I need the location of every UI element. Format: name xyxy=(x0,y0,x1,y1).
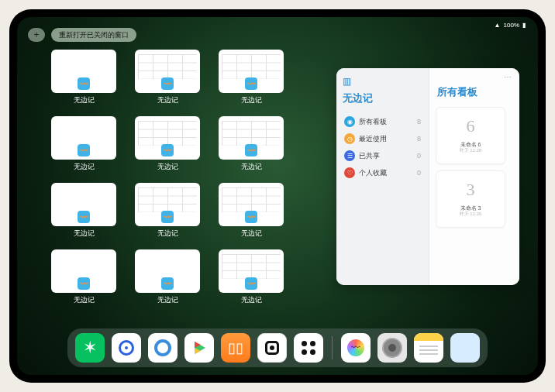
thumbnail-label: 无边记 xyxy=(157,295,178,305)
reopen-closed-window-button[interactable]: 重新打开已关闭的窗口 xyxy=(51,28,136,42)
window-thumbnail[interactable]: 〰无边记 xyxy=(219,116,284,172)
freeform-app-icon: 〰 xyxy=(78,144,90,156)
thumbnail-preview: 〰 xyxy=(219,50,284,93)
freeform-app-icon: 〰 xyxy=(245,211,257,223)
more-options-icon[interactable]: ⋯ xyxy=(504,73,512,81)
freeform-app-icon: 〰 xyxy=(245,277,257,290)
window-thumbnail[interactable]: 〰无边记 xyxy=(219,183,284,239)
dock: ✶ ▯▯ xyxy=(67,328,488,367)
thumbnail-preview: 〰 xyxy=(51,50,116,93)
freeform-panel: ▥ 无边记 ◉所有看板8◷最近使用8☰已共享0♡个人收藏0 ⋯ 所有看板 6未命… xyxy=(336,68,519,285)
menu-item-count: 0 xyxy=(417,169,421,177)
dots-icon[interactable] xyxy=(294,333,323,363)
menu-item-icon: ◉ xyxy=(344,116,355,127)
freeform-app-icon: 〰 xyxy=(78,277,90,290)
app-folder-icon[interactable] xyxy=(450,333,480,363)
menu-item-icon: ♡ xyxy=(344,167,355,178)
thumbnail-label: 无边记 xyxy=(241,162,262,172)
window-thumbnail[interactable]: 〰无边记 xyxy=(135,116,200,172)
panel-section-title: 所有看板 xyxy=(437,85,513,99)
thumbnail-preview: 〰 xyxy=(135,116,200,160)
dock-separator xyxy=(332,336,333,359)
freeform-app-icon: 〰 xyxy=(78,77,90,90)
panel-content: ⋯ 所有看板 6未命名 6昨天 11:283未命名 3昨天 11:26 xyxy=(429,68,519,285)
thumbnail-preview: 〰 xyxy=(135,183,200,226)
window-thumbnail[interactable]: 〰无边记 xyxy=(219,50,284,105)
freeform-app-icon: 〰 xyxy=(161,211,174,223)
menu-item-label: 最近使用 xyxy=(359,134,387,144)
thumbnail-preview: 〰 xyxy=(51,183,116,226)
panel-sidebar: ▥ 无边记 ◉所有看板8◷最近使用8☰已共享0♡个人收藏0 xyxy=(336,68,429,285)
window-thumbnail[interactable]: 〰无边记 xyxy=(51,249,116,305)
menu-item-label: 已共享 xyxy=(359,151,380,161)
board-meta: 未命名 3昨天 11:26 xyxy=(460,205,482,218)
books-icon[interactable]: ▯▯ xyxy=(221,333,250,363)
thumbnail-label: 无边记 xyxy=(74,162,95,172)
freeform-app-icon: 〰 xyxy=(245,77,257,90)
thumbnail-label: 无边记 xyxy=(241,295,262,305)
sidebar-item[interactable]: ◉所有看板8 xyxy=(343,113,422,130)
ipad-device: ▲ 100% ▮ + 重新打开已关闭的窗口 〰无边记〰无边记〰无边记〰无边记〰无… xyxy=(9,9,546,383)
thumbnail-preview: 〰 xyxy=(219,249,284,293)
wechat-icon[interactable]: ✶ xyxy=(75,333,105,363)
thumbnail-label: 无边记 xyxy=(157,229,178,239)
menu-item-label: 所有看板 xyxy=(359,117,387,127)
freeform-app-icon: 〰 xyxy=(161,277,174,290)
board-sketch: 3 xyxy=(455,174,486,205)
thumbnail-preview: 〰 xyxy=(219,116,284,160)
window-thumbnail[interactable]: 〰无边记 xyxy=(51,116,116,172)
board-sketch: 6 xyxy=(455,111,486,142)
thumbnail-label: 无边记 xyxy=(241,95,262,105)
window-thumbnail[interactable]: 〰无边记 xyxy=(51,50,116,105)
freeform-icon[interactable] xyxy=(341,333,371,363)
thumbnail-label: 无边记 xyxy=(157,95,178,105)
thumbnail-preview: 〰 xyxy=(219,183,284,226)
thumbnail-label: 无边记 xyxy=(74,295,95,305)
board-card[interactable]: 6未命名 6昨天 11:28 xyxy=(436,107,505,164)
music-icon[interactable] xyxy=(112,333,141,363)
window-thumbnail[interactable]: 〰无边记 xyxy=(51,183,116,239)
top-controls: + 重新打开已关闭的窗口 xyxy=(28,28,136,42)
notes-icon[interactable] xyxy=(257,333,287,363)
menu-item-icon: ◷ xyxy=(344,133,355,144)
thumbnail-preview: 〰 xyxy=(135,249,200,293)
freeform-app-icon: 〰 xyxy=(161,144,174,156)
freeform-app-icon: 〰 xyxy=(78,211,90,223)
thumbnail-preview: 〰 xyxy=(135,50,200,93)
window-thumbnail-grid: 〰无边记〰无边记〰无边记〰无边记〰无边记〰无边记〰无边记〰无边记〰无边记〰无边记… xyxy=(51,50,315,305)
new-window-button[interactable]: + xyxy=(28,28,45,42)
battery-label: 100% xyxy=(504,22,519,29)
sidebar-item[interactable]: ♡个人收藏0 xyxy=(343,164,422,181)
browser-icon[interactable] xyxy=(148,333,178,363)
sidebar-item[interactable]: ☰已共享0 xyxy=(343,147,422,164)
menu-item-icon: ☰ xyxy=(344,150,355,161)
window-thumbnail[interactable]: 〰无边记 xyxy=(135,50,200,105)
thumbnail-preview: 〰 xyxy=(51,249,116,293)
screen: ▲ 100% ▮ + 重新打开已关闭的窗口 〰无边记〰无边记〰无边记〰无边记〰无… xyxy=(17,17,538,375)
thumbnail-label: 无边记 xyxy=(157,162,178,172)
window-thumbnail[interactable]: 〰无边记 xyxy=(219,249,284,305)
freeform-app-icon: 〰 xyxy=(161,77,174,90)
menu-item-count: 0 xyxy=(417,152,421,160)
menu-item-count: 8 xyxy=(417,118,421,126)
settings-icon[interactable] xyxy=(377,333,407,363)
window-thumbnail[interactable]: 〰无边记 xyxy=(135,183,200,239)
memo-icon[interactable] xyxy=(414,333,443,363)
sidebar-toggle-icon[interactable]: ▥ xyxy=(343,76,422,87)
freeform-app-icon: 〰 xyxy=(245,144,257,156)
window-thumbnail[interactable]: 〰无边记 xyxy=(135,249,200,305)
sidebar-item[interactable]: ◷最近使用8 xyxy=(343,130,422,147)
thumbnail-label: 无边记 xyxy=(74,229,95,239)
wifi-icon: ▲ xyxy=(495,22,501,29)
thumbnail-label: 无边记 xyxy=(74,95,95,105)
panel-app-title: 无边记 xyxy=(343,91,422,105)
board-meta: 未命名 6昨天 11:28 xyxy=(460,142,482,154)
thumbnail-label: 无边记 xyxy=(241,229,262,239)
board-card[interactable]: 3未命名 3昨天 11:26 xyxy=(436,170,505,228)
battery-icon: ▮ xyxy=(522,22,526,29)
menu-item-label: 个人收藏 xyxy=(359,168,387,178)
thumbnail-preview: 〰 xyxy=(51,116,116,160)
play-icon[interactable] xyxy=(184,333,214,363)
menu-item-count: 8 xyxy=(417,135,421,143)
status-bar: ▲ 100% ▮ xyxy=(495,22,526,29)
